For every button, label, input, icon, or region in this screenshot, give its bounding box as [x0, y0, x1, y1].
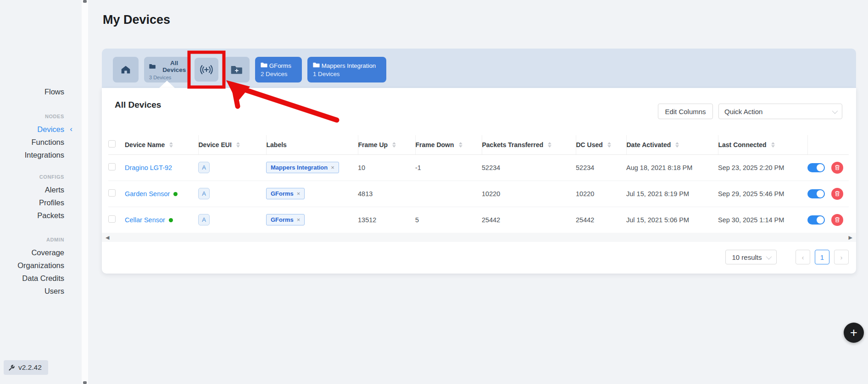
row-checkbox[interactable] — [108, 189, 116, 197]
column-header-frame-down[interactable]: Frame Down — [415, 135, 482, 154]
sidebar-item-coverage[interactable]: Coverage — [0, 246, 82, 259]
row-checkbox[interactable] — [108, 215, 116, 223]
sidebar-item-data-credits[interactable]: Data Credits — [0, 272, 82, 285]
online-status-dot — [173, 192, 178, 196]
sidebar-item-profiles[interactable]: Profiles — [0, 196, 82, 209]
frame-up-value: 10 — [358, 154, 415, 181]
sidebar-item-alerts[interactable]: Alerts — [0, 183, 82, 196]
device-eui-badge[interactable]: A — [198, 214, 210, 225]
scrollbar-thumb-top[interactable] — [83, 0, 87, 3]
next-page-button[interactable]: › — [834, 250, 849, 264]
trash-icon — [835, 217, 840, 223]
sort-icon[interactable] — [675, 142, 679, 148]
date-activated-value: Jul 15, 2021 5:06 PM — [626, 207, 718, 233]
last-connected-value: Sep 30, 2025 1:14 PM — [718, 207, 807, 233]
pagination: 10 results ‹ 1 › — [102, 250, 856, 264]
quick-action-value: Quick Action — [724, 108, 762, 115]
column-header-frame-up[interactable]: Frame Up — [358, 135, 415, 154]
sort-icon[interactable] — [392, 142, 396, 148]
label-chip[interactable]: Mappers Integration× — [266, 162, 339, 173]
sort-icon[interactable] — [459, 142, 462, 148]
table-horizontal-scrollbar[interactable]: ◀ ▶ — [102, 233, 856, 242]
delete-device-button[interactable] — [831, 188, 843, 200]
frame-up-value: 13512 — [358, 207, 415, 233]
results-per-page-select[interactable]: 10 results — [725, 250, 777, 264]
chevron-left-icon[interactable]: ‹ — [70, 123, 72, 136]
folder-plus-icon — [231, 65, 243, 75]
sidebar-item-organizations[interactable]: Organizations — [0, 259, 82, 272]
add-device-fab[interactable]: + — [844, 323, 864, 343]
device-eui-badge[interactable]: A — [198, 162, 210, 173]
plus-icon: + — [850, 326, 857, 340]
sidebar-item-devices[interactable]: Devices ‹ — [0, 123, 82, 136]
sidebar-item-packets[interactable]: Packets — [0, 209, 82, 222]
tab-label: Mappers Integration — [322, 62, 376, 69]
toggle-knob — [817, 164, 824, 171]
sort-icon[interactable] — [169, 142, 173, 148]
wrench-icon — [8, 364, 15, 371]
home-icon — [120, 64, 132, 76]
card-heading: All Devices — [115, 100, 161, 110]
add-label-button[interactable] — [224, 57, 250, 82]
quick-action-select[interactable]: Quick Action — [718, 104, 842, 119]
row-checkbox[interactable] — [108, 163, 116, 170]
previous-page-button[interactable]: ‹ — [796, 250, 810, 264]
scroll-right-icon[interactable]: ▶ — [849, 235, 852, 240]
app-root: Flows NODES Devices ‹ Functions Integrat… — [0, 0, 868, 384]
label-chip-text: GForms — [271, 190, 294, 197]
select-all-checkbox[interactable] — [108, 140, 116, 148]
delete-device-button[interactable] — [831, 214, 843, 226]
column-header-packets[interactable]: Packets Transferred — [482, 135, 576, 154]
tab-mappers-integration[interactable]: Mappers Integration 1 Devices — [307, 57, 386, 82]
label-chip[interactable]: GForms× — [266, 214, 305, 225]
label-chip-text: GForms — [271, 216, 294, 223]
sidebar-scrollbar[interactable] — [82, 0, 88, 384]
device-name-link[interactable]: Garden Sensor — [125, 190, 170, 197]
chip-close-icon[interactable]: × — [297, 190, 300, 197]
antenna-broadcast-icon — [199, 63, 214, 77]
column-header-device-name[interactable]: Device Name — [125, 135, 198, 154]
sort-icon[interactable] — [607, 142, 611, 148]
tab-gforms[interactable]: GForms 2 Devices — [255, 57, 302, 82]
tab-label: All Devices — [158, 60, 190, 73]
last-connected-value: Sep 23, 2025 2:20 PM — [718, 154, 807, 181]
device-active-toggle[interactable] — [807, 163, 825, 172]
home-tab-button[interactable] — [113, 57, 139, 82]
device-active-toggle[interactable] — [807, 189, 825, 198]
column-header-last-connected[interactable]: Last Connected — [718, 135, 807, 154]
sidebar: Flows NODES Devices ‹ Functions Integrat… — [0, 0, 82, 384]
column-header-labels[interactable]: Labels — [266, 135, 358, 154]
device-name-link[interactable]: Cellar Sensor — [125, 216, 165, 224]
device-name-link[interactable]: Dragino LGT-92 — [125, 164, 172, 171]
sort-icon[interactable] — [236, 142, 240, 148]
device-active-toggle[interactable] — [807, 215, 825, 225]
sidebar-item-users[interactable]: Users — [0, 285, 82, 297]
chip-close-icon[interactable]: × — [331, 164, 334, 171]
label-chip[interactable]: GForms× — [266, 188, 305, 199]
device-tab-bar: All Devices 3 Devices — [102, 49, 856, 88]
packets-value: 52234 — [482, 154, 576, 181]
sidebar-item-integrations[interactable]: Integrations — [0, 148, 82, 161]
delete-device-button[interactable] — [831, 162, 843, 174]
column-header-dc-used[interactable]: DC Used — [576, 135, 626, 154]
toggle-knob — [817, 216, 824, 224]
edit-columns-button[interactable]: Edit Columns — [658, 104, 713, 119]
sort-icon[interactable] — [548, 142, 551, 148]
tab-all-devices[interactable]: All Devices 3 Devices — [144, 57, 190, 82]
dc-used-value: 25442 — [576, 207, 626, 233]
frame-down-value: 5 — [415, 207, 482, 233]
scroll-left-icon[interactable]: ◀ — [106, 235, 109, 240]
pair-device-button[interactable] — [195, 58, 218, 82]
column-header-device-eui[interactable]: Device EUI — [198, 135, 266, 154]
frame-up-value: 4813 — [358, 181, 415, 207]
sort-icon[interactable] — [771, 142, 775, 148]
label-chip-text: Mappers Integration — [271, 164, 328, 171]
sidebar-item-flows[interactable]: Flows — [0, 85, 82, 98]
chip-close-icon[interactable]: × — [297, 216, 300, 223]
nav-group-configs: CONFIGS Alerts Profiles Packets — [0, 173, 82, 222]
device-eui-badge[interactable]: A — [198, 188, 210, 199]
column-header-date-activated[interactable]: Date Activated — [626, 135, 718, 154]
scrollbar-thumb-bottom[interactable] — [83, 381, 87, 384]
page-number-button[interactable]: 1 — [815, 250, 829, 264]
sidebar-item-functions[interactable]: Functions — [0, 136, 82, 148]
